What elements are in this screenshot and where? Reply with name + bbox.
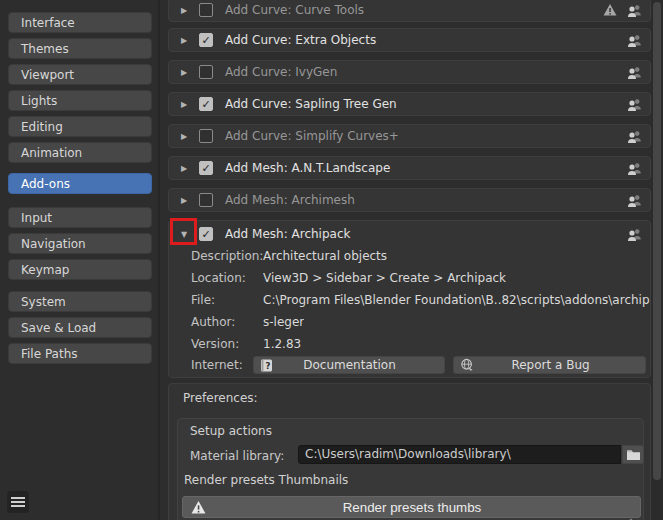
help-book-icon: ?	[260, 359, 273, 372]
file-browse-button[interactable]	[622, 445, 644, 464]
addon-internet-row: Internet: ? Documentation Report a Bug	[169, 354, 650, 376]
field-value: C:\Program Files\Blender Foundation\B..8…	[263, 293, 650, 307]
warning-triangle-icon	[603, 3, 617, 17]
addon-enable-checkbox[interactable]: ✓	[199, 193, 213, 207]
addon-version-row: Version: 1.2.83	[169, 333, 650, 355]
material-library-label: Material library:	[190, 449, 284, 463]
addon-label: Add Mesh: Archipack	[225, 227, 350, 241]
sidebar-item-lights[interactable]: Lights	[8, 90, 152, 111]
expand-triangle-icon[interactable]: ▶	[177, 196, 191, 205]
addon-row[interactable]: ▶ ✓ Add Curve: IvyGen	[168, 60, 651, 84]
addon-location-row: Location: View3D > Sidebar > Create > Ar…	[169, 267, 650, 289]
sidebar-item-navigation[interactable]: Navigation	[8, 233, 152, 254]
folder-icon	[626, 449, 641, 461]
sidebar-item-save-load[interactable]: Save & Load	[8, 317, 152, 338]
addon-enable-checkbox[interactable]: ✓	[199, 3, 213, 17]
addon-label: Add Mesh: Archimesh	[225, 193, 355, 207]
hamburger-menu-button[interactable]	[7, 491, 29, 513]
addon-label: Add Curve: IvyGen	[225, 65, 337, 79]
field-value: View3D > Sidebar > Create > Archipack	[263, 271, 506, 285]
addon-row[interactable]: ▶ ✓ Add Curve: Sapling Tree Gen	[168, 92, 651, 116]
addon-expanded-box: ▼ ✓ Add Mesh: Archipack Description: Arc…	[168, 220, 651, 378]
addon-label: Add Mesh: A.N.T.Landscape	[225, 161, 390, 175]
field-label: Version:	[191, 337, 263, 351]
sidebar-item-themes[interactable]: Themes	[8, 38, 152, 59]
addon-row[interactable]: ▶ ✓ Add Curve: Simplify Curves+	[168, 124, 651, 148]
addon-label: Add Curve: Sapling Tree Gen	[225, 97, 397, 111]
collapse-triangle-icon[interactable]: ▼	[177, 230, 191, 239]
community-users-icon	[627, 33, 642, 48]
addon-author-row: Author: s-leger	[169, 311, 650, 333]
field-label: File:	[191, 293, 263, 307]
preferences-title: Preferences:	[183, 391, 258, 405]
addon-file-row: File: C:\Program Files\Blender Foundatio…	[169, 289, 650, 311]
report-bug-button[interactable]: Report a Bug	[453, 356, 646, 374]
sidebar-item-input[interactable]: Input	[8, 207, 152, 228]
community-users-icon	[627, 65, 642, 80]
addon-row-expanded-header[interactable]: ▼ ✓ Add Mesh: Archipack	[169, 221, 650, 247]
blender-preferences-window: Interface Themes Viewport Lights Editing…	[0, 0, 663, 520]
sidebar-item-file-paths[interactable]: File Paths	[8, 343, 152, 364]
field-label: Location:	[191, 271, 263, 285]
addon-row[interactable]: ▶ ✓ Add Curve: Curve Tools	[168, 0, 651, 22]
community-users-icon	[627, 227, 642, 242]
addon-row[interactable]: ▶ ✓ Add Mesh: A.N.T.Landscape	[168, 156, 651, 180]
expand-triangle-icon[interactable]: ▶	[177, 68, 191, 77]
preferences-sidebar: Interface Themes Viewport Lights Editing…	[0, 0, 160, 520]
documentation-button[interactable]: ? Documentation	[253, 356, 445, 374]
setup-actions-label: Setup actions	[190, 424, 272, 438]
sidebar-item-editing[interactable]: Editing	[8, 116, 152, 137]
addon-enable-checkbox[interactable]: ✓	[199, 65, 213, 79]
scrollbar-thumb[interactable]	[653, 2, 661, 480]
expand-triangle-icon[interactable]: ▶	[177, 132, 191, 141]
sidebar-item-keymap[interactable]: Keymap	[8, 259, 152, 280]
field-value: 1.2.83	[263, 337, 301, 351]
addon-row[interactable]: ▶ ✓ Add Curve: Extra Objects	[168, 28, 651, 52]
addon-enable-checkbox[interactable]: ✓	[199, 161, 213, 175]
addon-enable-checkbox[interactable]: ✓	[199, 227, 213, 241]
field-label: Description:	[191, 249, 263, 263]
field-label: Author:	[191, 315, 263, 329]
sidebar-item-interface[interactable]: Interface	[8, 12, 152, 33]
field-value: s-leger	[263, 315, 304, 329]
addon-enable-checkbox[interactable]: ✓	[199, 33, 213, 47]
community-users-icon	[627, 129, 642, 144]
expand-triangle-icon[interactable]: ▶	[177, 36, 191, 45]
render-presets-label: Render presets Thumbnails	[184, 473, 348, 487]
expand-triangle-icon[interactable]: ▶	[177, 164, 191, 173]
material-library-input[interactable]: C:\Users\radim\Downloads\library\	[298, 445, 621, 464]
community-users-icon	[627, 97, 642, 112]
sidebar-item-addons[interactable]: Add-ons	[8, 173, 152, 194]
svg-text:?: ?	[266, 360, 271, 370]
sidebar-item-viewport[interactable]: Viewport	[8, 64, 152, 85]
addon-enable-checkbox[interactable]: ✓	[199, 97, 213, 111]
addon-label: Add Curve: Curve Tools	[225, 3, 364, 17]
warning-triangle-icon	[191, 500, 206, 515]
addon-preferences-box: Preferences: Setup actions Material libr…	[168, 383, 651, 520]
community-users-icon	[627, 161, 642, 176]
sidebar-item-system[interactable]: System	[8, 291, 152, 312]
addons-panel: ▶ ✓ Add Curve: Curve Tools ▶ ✓ Add Curve…	[160, 0, 663, 520]
community-users-icon	[627, 193, 642, 208]
addon-details: Description: Architectural objects Locat…	[169, 245, 650, 355]
addon-description-row: Description: Architectural objects	[169, 245, 650, 267]
render-presets-thumbs-button[interactable]: Render presets thumbs	[182, 496, 641, 518]
addon-label: Add Curve: Extra Objects	[225, 33, 376, 47]
addon-enable-checkbox[interactable]: ✓	[199, 129, 213, 143]
addon-row[interactable]: ▶ ✓ Add Mesh: Archimesh	[168, 188, 651, 212]
addon-label: Add Curve: Simplify Curves+	[225, 129, 399, 143]
field-value: Architectural objects	[263, 249, 387, 263]
expand-triangle-icon[interactable]: ▶	[177, 6, 191, 15]
expand-triangle-icon[interactable]: ▶	[177, 100, 191, 109]
scrollbar-track[interactable]	[651, 0, 663, 520]
sidebar-item-animation[interactable]: Animation	[8, 142, 152, 163]
globe-url-icon	[460, 358, 474, 372]
community-users-icon	[627, 3, 642, 18]
preferences-content: Setup actions Material library: C:\Users…	[177, 418, 644, 520]
